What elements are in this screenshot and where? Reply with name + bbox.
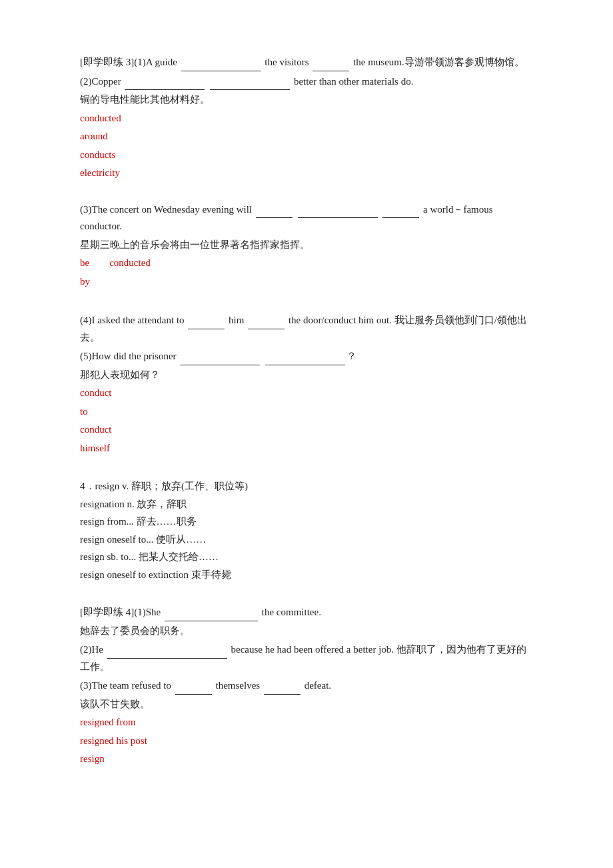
answer-be-conducted-line: be conducted bbox=[80, 255, 533, 272]
answer-to-line: to bbox=[80, 403, 533, 421]
answer-to-text: to bbox=[80, 406, 88, 417]
e4-q3-text-after: defeat. bbox=[302, 680, 331, 691]
vocab-resign-from: resign from... 辞去……职务 bbox=[80, 513, 533, 531]
exercise-3-q3-section: (3)The concert on Wednesday evening will… bbox=[80, 201, 533, 291]
q5-blank2 bbox=[265, 347, 345, 365]
q1-blank2 bbox=[312, 53, 349, 71]
q1-blank1 bbox=[181, 53, 261, 71]
vocab-resign-sb-to-text: resign sb. to... 把某人交托给…… bbox=[80, 551, 219, 562]
q5-cn-line: 那犯人表现如何？ bbox=[80, 367, 533, 384]
answer-resigned-his-post-text: resigned his post bbox=[80, 735, 147, 746]
answer-conducted-text: conducted bbox=[80, 113, 121, 123]
q2-cn-line: 铜的导电性能比其他材料好。 bbox=[80, 91, 533, 109]
e4-q3-text-before: (3)The team refused to bbox=[80, 680, 174, 691]
answer-himself-line: himself bbox=[80, 440, 533, 457]
exercise-4-section: [即学即练 4](1)She the committee. 她辞去了委员会的职务… bbox=[80, 603, 533, 768]
q5-dot bbox=[261, 351, 264, 361]
answer-resigned-from-text: resigned from bbox=[80, 717, 136, 727]
e4-q3-line: (3)The team refused to themselves defeat… bbox=[80, 677, 533, 695]
e4-q3-text-middle: themselves bbox=[213, 680, 263, 691]
e4-q3-blank2 bbox=[264, 677, 301, 695]
q3-space2 bbox=[379, 204, 382, 215]
q3-blank2 bbox=[298, 201, 378, 219]
answer-around-text: around bbox=[80, 131, 108, 141]
vocab-resign-section: 4．resign v. 辞职；放弃(工作、职位等) resignation n.… bbox=[80, 478, 533, 583]
q1-text-before: (1)A guide bbox=[134, 57, 179, 67]
answer-resigned-from-line: resigned from bbox=[80, 714, 533, 731]
answer-electricity: electricity bbox=[80, 165, 533, 182]
answer-resign-line: resign bbox=[80, 751, 533, 768]
q2-text-after: better than other materials do. bbox=[291, 76, 413, 87]
q3-cn-line: 星期三晚上的音乐会将由一位世界著名指挥家指挥。 bbox=[80, 237, 533, 254]
q3-blank1 bbox=[256, 201, 293, 219]
e4-q1-cn-line: 她辞去了委员会的职务。 bbox=[80, 623, 533, 640]
answer-himself-text: himself bbox=[80, 443, 110, 453]
q5-text-after: ？ bbox=[346, 351, 356, 361]
q4-blank1 bbox=[188, 311, 225, 329]
q4-blank2 bbox=[248, 311, 285, 329]
vocab-heading-text: 4．resign v. 辞职；放弃(工作、职位等) bbox=[80, 481, 248, 491]
answer-conducted: conducted bbox=[80, 110, 533, 127]
q5-text-before: (5)How did the prisoner bbox=[80, 351, 179, 361]
q2-line: (2)Copper better than other materials do… bbox=[80, 73, 533, 91]
answer-conducts-text: conducts bbox=[80, 149, 115, 160]
exercise-3-q45-section: (4)I asked the attendant to him the door… bbox=[80, 311, 533, 457]
vocab-resign-extinction-text: resign oneself to extinction 束手待毙 bbox=[80, 569, 231, 580]
exercise-4-label: [即学即练 4] bbox=[80, 607, 134, 617]
q3-space1 bbox=[294, 204, 297, 215]
e4-q3-blank1 bbox=[175, 677, 212, 695]
q3-cn-text: 星期三晚上的音乐会将由一位世界著名指挥家指挥。 bbox=[80, 239, 310, 250]
answer-conducts: conducts bbox=[80, 147, 533, 164]
q1-text-after: the museum.导游带领游客参观博物馆。 bbox=[350, 57, 524, 67]
q2-blank2 bbox=[210, 73, 290, 91]
e4-q2-line: (2)He because he had been offered a bett… bbox=[80, 641, 533, 675]
q3-blank3 bbox=[382, 201, 419, 219]
answer-conduct2-line: conduct bbox=[80, 421, 533, 439]
vocab-heading: 4．resign v. 辞职；放弃(工作、职位等) bbox=[80, 478, 533, 495]
answer-by-line: by bbox=[80, 273, 533, 291]
exercise-3-label: [即学即练 3] bbox=[80, 57, 134, 67]
q2-space bbox=[206, 76, 209, 87]
vocab-resignation: resignation n. 放弃，辞职 bbox=[80, 496, 533, 513]
vocab-resign-oneself-to: resign oneself to... 使听从…… bbox=[80, 531, 533, 549]
vocab-resign-from-text: resign from... 辞去……职务 bbox=[80, 516, 197, 527]
q2-text-before: (2)Copper bbox=[80, 76, 123, 87]
vocab-resign-extinction: resign oneself to extinction 束手待毙 bbox=[80, 567, 533, 584]
q2-blank1 bbox=[125, 73, 205, 91]
e4-q1-blank1 bbox=[165, 603, 258, 621]
answer-conduct1-text: conduct bbox=[80, 387, 111, 398]
e4-q1-text-after: the committee. bbox=[259, 607, 321, 617]
exercise-3-section: [即学即练 3](1)A guide the visitors the muse… bbox=[80, 53, 533, 182]
q5-cn-text: 那犯人表现如何？ bbox=[80, 369, 160, 380]
q4-text-middle: him bbox=[226, 315, 247, 325]
answer-be-space bbox=[89, 257, 109, 268]
answer-resigned-his-post-line: resigned his post bbox=[80, 733, 533, 750]
e4-q1-cn-text: 她辞去了委员会的职务。 bbox=[80, 625, 190, 636]
exercise-4-q1-line: [即学即练 4](1)She the committee. bbox=[80, 603, 533, 621]
q3-line: (3)The concert on Wednesday evening will… bbox=[80, 201, 533, 235]
answer-by-text: by bbox=[80, 276, 90, 287]
q2-cn-text: 铜的导电性能比其他材料好。 bbox=[80, 94, 210, 105]
answer-conducted2-text: conducted bbox=[109, 257, 151, 268]
vocab-resign-oneself-to-text: resign oneself to... 使听从…… bbox=[80, 534, 206, 545]
q5-blank1 bbox=[180, 347, 260, 365]
e4-q2-text-before: (2)He bbox=[80, 644, 106, 655]
answer-conduct2-text: conduct bbox=[80, 424, 111, 435]
q3-text-before: (3)The concert on Wednesday evening will bbox=[80, 204, 255, 215]
q5-line: (5)How did the prisoner ？ bbox=[80, 347, 533, 365]
vocab-resignation-text: resignation n. 放弃，辞职 bbox=[80, 499, 187, 509]
vocab-resign-sb-to: resign sb. to... 把某人交托给…… bbox=[80, 549, 533, 566]
answer-conduct1-line: conduct bbox=[80, 385, 533, 402]
exercise-3-q1-line: [即学即练 3](1)A guide the visitors the muse… bbox=[80, 53, 533, 71]
e4-q3-cn-line: 该队不甘失败。 bbox=[80, 696, 533, 713]
answer-resign-text: resign bbox=[80, 753, 105, 764]
answer-be-text: be bbox=[80, 257, 89, 268]
q4-line: (4)I asked the attendant to him the door… bbox=[80, 311, 533, 346]
q1-text-middle: the visitors bbox=[263, 57, 312, 67]
answer-electricity-text: electricity bbox=[80, 167, 120, 178]
e4-q3-cn-text: 该队不甘失败。 bbox=[80, 699, 150, 709]
answer-around: around bbox=[80, 128, 533, 145]
q4-text-before: (4)I asked the attendant to bbox=[80, 315, 187, 325]
e4-q2-blank1 bbox=[107, 641, 227, 659]
e4-q1-text-before: (1)She bbox=[134, 607, 163, 617]
